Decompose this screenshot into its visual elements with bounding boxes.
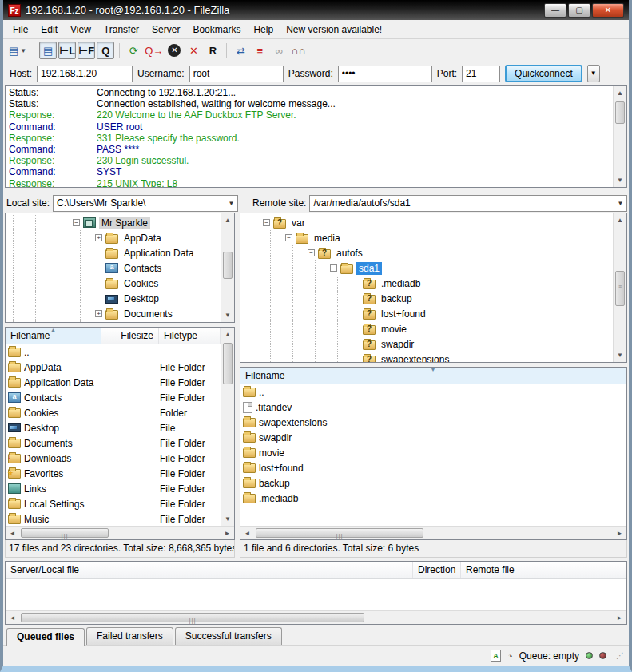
- local-tree-item[interactable]: Application Data: [6, 245, 221, 260]
- scroll-down-icon[interactable]: ▼: [614, 173, 626, 187]
- scroll-up-icon[interactable]: ▲: [614, 213, 626, 227]
- column-header-filename[interactable]: Filename▲: [6, 328, 101, 344]
- tree-expander-icon[interactable]: +: [95, 310, 102, 317]
- toggle-local-tree-button[interactable]: ⊢L: [58, 42, 76, 59]
- title-bar[interactable]: Fz 192.168.1.20 - root@192.168.1.20 - Fi…: [3, 0, 629, 20]
- remote-tree-item[interactable]: swapdir: [240, 336, 613, 352]
- local-file-row[interactable]: LinksFile Folder: [6, 481, 221, 496]
- scroll-down-icon[interactable]: ▼: [221, 512, 234, 526]
- password-input[interactable]: [338, 66, 432, 82]
- speed-limits-icon[interactable]: ◔: [507, 651, 513, 661]
- local-file-row[interactable]: Local SettingsFile Folder: [6, 496, 221, 511]
- close-button[interactable]: ✕: [592, 3, 624, 18]
- scroll-left-icon[interactable]: ◄: [6, 611, 19, 624]
- local-tree-vscrollbar[interactable]: ▲ ▼: [221, 213, 234, 322]
- remote-tree-item[interactable]: −media: [240, 230, 613, 245]
- remote-tree-item[interactable]: −sda1: [240, 260, 613, 276]
- remote-file-row[interactable]: .titandev: [240, 400, 626, 415]
- quickconnect-dropdown-button[interactable]: ▼: [587, 65, 600, 82]
- column-header-filetype[interactable]: Filetype: [159, 328, 221, 344]
- disconnect-button[interactable]: ✕: [185, 42, 202, 59]
- local-tree-item[interactable]: Desktop: [6, 291, 221, 306]
- local-tree-item[interactable]: Contacts: [6, 260, 221, 276]
- scroll-left-icon[interactable]: ◄: [6, 527, 19, 539]
- remote-file-row[interactable]: swapextensions: [240, 415, 626, 430]
- column-header-filesize[interactable]: Filesize: [101, 328, 159, 344]
- local-file-row[interactable]: ..: [6, 344, 221, 360]
- local-tree-item[interactable]: +Documents: [6, 306, 221, 321]
- remote-tree-item[interactable]: .mediadb: [240, 276, 613, 291]
- minimize-button[interactable]: —: [544, 3, 566, 18]
- menu-item-file[interactable]: File: [6, 22, 34, 38]
- local-tree-item[interactable]: −Mr Sparkle: [6, 215, 221, 230]
- remote-file-row[interactable]: ..: [240, 384, 626, 400]
- log-splitter[interactable]: [3, 188, 629, 193]
- queue-column-header-server-local-file[interactable]: Server/Local file: [6, 562, 413, 578]
- scroll-down-icon[interactable]: ▼: [614, 348, 626, 362]
- refresh-button[interactable]: ⟳: [125, 42, 142, 59]
- remote-file-row[interactable]: backup: [240, 475, 626, 491]
- remote-tree-item[interactable]: −var: [240, 215, 613, 230]
- local-list-vscrollbar[interactable]: ▲ ▼: [221, 328, 234, 526]
- remote-file-row[interactable]: movie: [240, 445, 626, 460]
- remote-tree-item[interactable]: −autofs: [240, 245, 613, 260]
- tree-expander-icon[interactable]: +: [95, 234, 102, 241]
- menu-item-view[interactable]: View: [64, 22, 97, 38]
- local-site-combo[interactable]: C:\Users\Mr Sparkle\ ▼: [53, 195, 238, 212]
- local-file-row[interactable]: DownloadsFile Folder: [6, 451, 221, 466]
- cancel-operation-button[interactable]: ✕: [165, 42, 183, 59]
- tab-failed-transfers[interactable]: Failed transfers: [86, 627, 173, 645]
- toggle-remote-tree-button[interactable]: ⊢F: [78, 42, 95, 59]
- scroll-up-icon[interactable]: ▲: [221, 328, 234, 341]
- tree-expander-icon[interactable]: −: [330, 264, 337, 272]
- menu-item-bookmarks[interactable]: Bookmarks: [186, 22, 247, 38]
- tree-expander-icon[interactable]: −: [285, 234, 292, 241]
- scroll-down-icon[interactable]: ▼: [221, 308, 234, 322]
- remote-list-hscrollbar[interactable]: ◄ ||| ►: [240, 526, 626, 539]
- queue-column-header-direction[interactable]: Direction: [413, 562, 461, 578]
- directory-listing-button[interactable]: ≡: [251, 42, 268, 59]
- local-file-row[interactable]: ContactsFile Folder: [6, 390, 221, 405]
- column-header-filename[interactable]: Filename▼: [240, 368, 626, 384]
- transfer-type-icon[interactable]: A: [491, 650, 501, 662]
- tree-expander-icon[interactable]: −: [73, 219, 80, 226]
- transfer-queue-body[interactable]: [6, 579, 626, 610]
- find-files-button[interactable]: ∩∩: [289, 42, 307, 59]
- scroll-right-icon[interactable]: ►: [613, 527, 626, 539]
- maximize-button[interactable]: ▢: [568, 3, 590, 18]
- menu-item-transfer[interactable]: Transfer: [97, 22, 145, 38]
- scroll-up-icon[interactable]: ▲: [614, 86, 626, 100]
- local-file-row[interactable]: Application DataFile Folder: [6, 375, 221, 390]
- scroll-left-icon[interactable]: ◄: [240, 527, 254, 539]
- local-file-row[interactable]: MusicFile Folder: [6, 511, 221, 526]
- scroll-up-icon[interactable]: ▲: [221, 213, 234, 227]
- scroll-right-icon[interactable]: ►: [221, 527, 234, 539]
- chevron-down-icon[interactable]: ▼: [18, 47, 28, 54]
- username-input[interactable]: [189, 66, 284, 82]
- menu-item-new-version-available[interactable]: New version available!: [280, 22, 388, 38]
- resize-grip[interactable]: ⋰: [616, 651, 624, 660]
- remote-tree-item[interactable]: movie: [240, 321, 613, 336]
- site-manager-button[interactable]: ▤▼: [8, 42, 29, 59]
- quickconnect-button[interactable]: Quickconnect: [505, 65, 582, 82]
- local-file-row[interactable]: DesktopFile: [6, 420, 221, 435]
- local-tree-item[interactable]: +Downloads: [6, 321, 221, 322]
- port-input[interactable]: [462, 66, 500, 82]
- compare-directories-button[interactable]: ⇄: [232, 42, 249, 59]
- reconnect-button[interactable]: R: [204, 42, 221, 59]
- remote-tree-item[interactable]: swapextensions: [240, 352, 613, 362]
- queue-hscrollbar[interactable]: ◄ ||| ►: [6, 610, 626, 624]
- toggle-message-log-button[interactable]: ▤: [39, 42, 57, 59]
- host-input[interactable]: [37, 66, 133, 82]
- message-log-vscrollbar[interactable]: ▲ ▼: [613, 86, 626, 187]
- remote-file-row[interactable]: lost+found: [240, 460, 626, 475]
- local-file-row[interactable]: DocumentsFile Folder: [6, 435, 221, 451]
- tree-expander-icon[interactable]: −: [263, 219, 270, 226]
- remote-file-row[interactable]: .mediadb: [240, 491, 626, 506]
- remote-tree-item[interactable]: lost+found: [240, 306, 613, 321]
- chevron-down-icon[interactable]: ▼: [614, 200, 626, 207]
- remote-site-combo[interactable]: /var/media/autofs/sda1 ▼: [309, 195, 627, 212]
- remote-tree-item[interactable]: backup: [240, 291, 613, 306]
- chevron-down-icon[interactable]: ▼: [225, 200, 237, 207]
- menu-item-edit[interactable]: Edit: [34, 22, 64, 38]
